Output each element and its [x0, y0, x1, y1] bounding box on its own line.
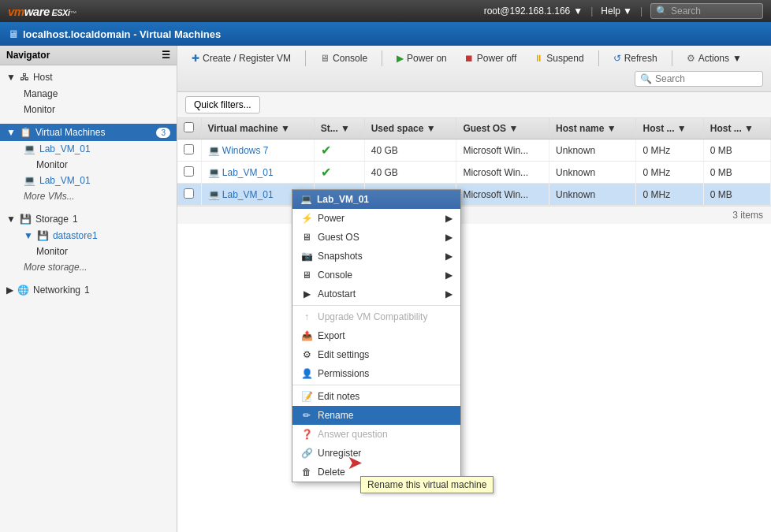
quick-filters-button[interactable]: Quick filters... [185, 96, 260, 113]
cm-item-guest-os[interactable]: 🖥 Guest OS ▶ [292, 228, 460, 247]
sort-icon: ▼ [607, 123, 616, 134]
sidebar-item-more-vms[interactable]: More VMs... [0, 188, 177, 204]
create-register-button[interactable]: ✚ Create / Register VM [185, 50, 297, 66]
sidebar-item-lab-vm-01-a[interactable]: 💻 Lab_VM_01 [0, 141, 177, 157]
cm-item-icon: 🖥 [300, 231, 313, 244]
vm-name-link[interactable]: Windows 7 [222, 145, 269, 156]
more-vms-label: More VMs... [24, 191, 75, 202]
cm-item-autostart[interactable]: ▶ Autostart ▶ [292, 285, 460, 303]
user-label: root@192.168.1.166 [484, 6, 571, 17]
sidebar-item-virtual-machines[interactable]: ▼ 📋 Virtual Machines 3 [0, 124, 177, 141]
row-checkbox-0[interactable] [177, 140, 201, 162]
toolbar-sep-3 [598, 50, 599, 66]
select-all-header[interactable] [177, 118, 201, 140]
storage-icon: 💾 [20, 214, 32, 225]
row-used-space-1: 40 GB [364, 162, 456, 184]
col-host-mhz[interactable]: Host ... ▼ [636, 118, 703, 140]
search-icon: 🔍 [640, 73, 652, 84]
col-host-mb[interactable]: Host ... ▼ [703, 118, 770, 140]
sidebar-item-storage[interactable]: ▼ 💾 Storage 1 [0, 210, 177, 228]
row-name-0[interactable]: 💻 Windows 7 [201, 140, 314, 162]
sidebar-close-icon[interactable]: ☰ [162, 50, 170, 61]
cm-item-snapshots[interactable]: 📷 Snapshots ▶ [292, 247, 460, 266]
col-vm-name[interactable]: Virtual machine ▼ [201, 118, 314, 140]
toolbar-search-bar[interactable]: 🔍 [635, 71, 763, 87]
col-status[interactable]: St... ▼ [314, 118, 364, 140]
cm-item-edit-settings[interactable]: ⚙ Edit settings [292, 345, 460, 364]
row-host-mb-0: 0 MB [703, 140, 770, 162]
cm-item-label: Console [318, 270, 352, 281]
row-used-space-0: 40 GB [364, 140, 456, 162]
actions-button[interactable]: ⚙ Actions ▼ [680, 50, 748, 66]
refresh-button[interactable]: ↺ Refresh [607, 50, 664, 66]
separator: | [590, 6, 593, 17]
submenu-arrow-icon: ▶ [445, 213, 453, 224]
logo-area: vmware ESXi™ [8, 5, 76, 18]
sidebar-item-vm-monitor[interactable]: Monitor [0, 157, 177, 173]
row-name-1[interactable]: 💻 Lab_VM_01 [201, 162, 314, 184]
vm-row-icon: 💻 [208, 167, 220, 178]
user-info[interactable]: root@192.168.1.166 ▼ [484, 6, 583, 17]
user-caret: ▼ [573, 6, 583, 17]
cm-item-icon: 🗑 [300, 466, 313, 478]
sidebar-item-host-manage[interactable]: Manage [0, 86, 177, 102]
col-host-name[interactable]: Host name ▼ [549, 118, 636, 140]
cm-item-label: Answer question [318, 429, 388, 440]
cm-item-icon: ⚙ [300, 348, 313, 361]
cm-item-icon: 🔗 [300, 447, 313, 459]
top-search-input[interactable] [671, 6, 758, 17]
poweron-icon: ▶ [397, 53, 404, 64]
help-button[interactable]: Help ▼ [601, 6, 632, 17]
cm-item-unregister[interactable]: 🔗 Unregister [292, 444, 460, 463]
col-guest-os[interactable]: Guest OS ▼ [456, 118, 549, 140]
console-button[interactable]: 🖥 Console [314, 50, 374, 66]
host-label: Host [33, 72, 53, 83]
cm-item-icon: 📝 [300, 390, 313, 403]
cm-item-console[interactable]: 🖥 Console ▶ [292, 266, 460, 285]
cm-item-rename[interactable]: ✏ Rename [292, 406, 460, 425]
row-guest-os-1: Microsoft Win... [456, 162, 549, 184]
networking-label: Networking [33, 285, 80, 296]
cm-item-icon: 📷 [300, 250, 313, 262]
toolbar-search-input[interactable] [655, 73, 758, 84]
select-all-checkbox[interactable] [184, 122, 194, 132]
table-row: 💻 Lab_VM_01 ✔ 40 GB Microsoft Win... Unk… [177, 184, 771, 206]
cm-item-edit-notes[interactable]: 📝 Edit notes [292, 387, 460, 406]
item-count: 3 items [177, 206, 771, 224]
sidebar-item-datastore1[interactable]: ▼ 💾 datastore1 [0, 228, 177, 244]
sidebar-item-host[interactable]: ▼ 🖧 Host [0, 69, 177, 86]
table-row: 💻 Windows 7 ✔ 40 GB Microsoft Win... Unk… [177, 140, 771, 162]
cm-item-icon: ↑ [300, 311, 313, 323]
cm-item-upgrade-vm-compatibility: ↑ Upgrade VM Compatibility [292, 307, 460, 326]
sidebar-item-networking[interactable]: ▶ 🌐 Networking 1 [0, 281, 177, 299]
cm-item-permissions[interactable]: 👤 Permissions [292, 364, 460, 383]
storage-label: Storage [35, 214, 69, 225]
suspend-button[interactable]: ⏸ Suspend [527, 50, 590, 66]
sidebar-section-host: ▼ 🖧 Host Manage Monitor [0, 65, 177, 121]
sidebar-item-host-monitor[interactable]: Monitor [0, 102, 177, 117]
sidebar-item-lab-vm-01-b[interactable]: 💻 Lab_VM_01 [0, 173, 177, 188]
submenu-arrow-icon: ▶ [445, 251, 453, 262]
console-label: Console [333, 53, 367, 64]
storage-badge: 1 [73, 214, 78, 225]
row-guest-os-0: Microsoft Win... [456, 140, 549, 162]
row-checkbox-1[interactable] [177, 162, 201, 184]
table-header-row: Virtual machine ▼ St... ▼ Used space ▼ G… [177, 118, 771, 140]
context-menu[interactable]: 💻 Lab_VM_01 ⚡ Power ▶ 🖥 Guest OS ▶ 📷 Sna… [292, 189, 461, 482]
vm-row-icon: 💻 [208, 189, 220, 200]
vm-name-link[interactable]: Lab_VM_01 [222, 167, 274, 178]
poweron-button[interactable]: ▶ Power on [390, 50, 453, 66]
sidebar-item-datastore-monitor[interactable]: Monitor [0, 244, 177, 259]
more-storage-label: More storage... [24, 262, 88, 273]
vm-name-link[interactable]: Lab_VM_01 [222, 189, 274, 200]
cm-item-power[interactable]: ⚡ Power ▶ [292, 209, 460, 228]
poweroff-button[interactable]: ⏹ Power off [458, 50, 523, 66]
top-search-box[interactable]: 🔍 [650, 3, 763, 19]
vm-table-body: 💻 Windows 7 ✔ 40 GB Microsoft Win... Unk… [177, 140, 771, 206]
col-used-space[interactable]: Used space ▼ [364, 118, 456, 140]
row-checkbox-2[interactable] [177, 184, 201, 206]
rename-arrow: ➤ [347, 452, 363, 474]
sidebar-item-more-storage[interactable]: More storage... [0, 259, 177, 275]
cm-item-export[interactable]: 📤 Export [292, 326, 460, 345]
poweroff-label: Power off [477, 53, 516, 64]
